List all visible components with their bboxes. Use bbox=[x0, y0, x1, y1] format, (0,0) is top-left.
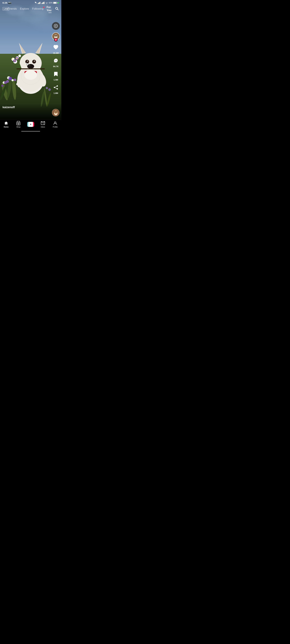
home-label: Home bbox=[4, 126, 9, 128]
camera-icon: 📷 bbox=[8, 1, 11, 4]
signal-icon bbox=[38, 2, 41, 4]
svg-rect-1 bbox=[38, 3, 38, 4]
signal-icon-2 bbox=[42, 2, 45, 4]
svg-point-51 bbox=[18, 54, 21, 57]
plus-center: + bbox=[28, 122, 33, 127]
svg-point-95 bbox=[55, 112, 57, 114]
grass-right bbox=[39, 76, 52, 107]
comment-action[interactable]: 64.7K bbox=[52, 57, 60, 68]
svg-point-43 bbox=[28, 65, 30, 66]
svg-point-41 bbox=[34, 60, 35, 62]
tab-friends[interactable]: Friends bbox=[8, 7, 17, 10]
svg-rect-6 bbox=[42, 3, 42, 4]
profile-icon bbox=[53, 121, 58, 125]
share-count: 1.6M bbox=[54, 92, 58, 94]
svg-point-86 bbox=[54, 87, 55, 88]
svg-rect-5 bbox=[40, 2, 41, 4]
inbox-icon bbox=[41, 121, 45, 125]
status-time: 6:29 bbox=[2, 2, 7, 4]
like-button[interactable] bbox=[52, 44, 60, 51]
svg-line-88 bbox=[55, 86, 56, 87]
like-count: 16.4M bbox=[53, 52, 59, 54]
bookmark-count: 1.5M bbox=[54, 78, 58, 81]
svg-point-55 bbox=[16, 58, 18, 59]
creator-avatar-container[interactable]: + bbox=[52, 32, 60, 40]
status-icons: 92% bbox=[34, 1, 59, 4]
shop-icon bbox=[16, 121, 20, 125]
top-navigation: LIVE Friends Explore Following For You bbox=[0, 6, 61, 12]
bottom-navigation: Home Shop + bbox=[0, 120, 61, 130]
tab-explore[interactable]: Explore bbox=[20, 7, 29, 10]
battery-percent: 92% bbox=[49, 2, 52, 4]
search-button[interactable] bbox=[55, 6, 59, 11]
nav-inbox[interactable]: Inbox bbox=[38, 121, 48, 128]
svg-rect-44 bbox=[16, 68, 45, 69]
svg-point-21 bbox=[1, 84, 4, 87]
profile-label: Profile bbox=[53, 126, 58, 128]
svg-point-40 bbox=[27, 60, 28, 62]
svg-point-42 bbox=[27, 64, 34, 69]
mute-icon bbox=[34, 1, 37, 4]
video-bottom-info: kaizenoff bbox=[0, 104, 61, 120]
svg-point-70 bbox=[46, 87, 48, 89]
nav-home[interactable]: Home bbox=[2, 121, 11, 128]
tab-for-you[interactable]: For You bbox=[46, 6, 54, 12]
create-button[interactable]: + bbox=[27, 122, 34, 127]
svg-point-83 bbox=[56, 60, 56, 61]
svg-point-81 bbox=[55, 36, 56, 37]
svg-point-82 bbox=[55, 60, 55, 61]
battery-icon: 92% bbox=[49, 2, 57, 4]
nav-tabs: Friends Explore Following For You bbox=[8, 6, 54, 12]
wifi-icon bbox=[45, 2, 48, 4]
svg-point-73 bbox=[56, 26, 56, 26]
nav-create[interactable]: + bbox=[26, 122, 36, 127]
svg-rect-7 bbox=[42, 3, 42, 4]
tab-following[interactable]: Following bbox=[32, 7, 44, 10]
nav-profile[interactable]: Profile bbox=[50, 121, 60, 128]
bookmark-action[interactable]: 1.5M bbox=[52, 70, 60, 81]
username[interactable]: kaizenoff bbox=[2, 106, 59, 109]
svg-point-69 bbox=[48, 88, 51, 91]
svg-rect-4 bbox=[40, 2, 40, 4]
share-button[interactable] bbox=[52, 84, 60, 91]
share-action[interactable]: 1.6M bbox=[52, 84, 60, 94]
svg-point-93 bbox=[55, 112, 56, 112]
svg-point-84 bbox=[56, 60, 57, 61]
status-bar: 6:29 📷 bbox=[0, 0, 61, 5]
svg-rect-10 bbox=[44, 2, 44, 4]
home-indicator-bar bbox=[21, 131, 40, 132]
captions-button[interactable] bbox=[52, 22, 60, 30]
home-icon bbox=[4, 121, 8, 125]
svg-point-54 bbox=[14, 60, 15, 61]
right-actions: + 16.4M 64.7K bbox=[52, 22, 60, 94]
svg-point-79 bbox=[55, 35, 56, 36]
follow-plus-button[interactable]: + bbox=[54, 38, 58, 42]
video-thumbnail-avatar[interactable] bbox=[52, 109, 60, 116]
bookmark-button[interactable] bbox=[52, 70, 60, 78]
svg-rect-2 bbox=[38, 3, 39, 4]
inbox-label: Inbox bbox=[41, 126, 45, 128]
video-container[interactable]: LIVE Friends Explore Following For You bbox=[0, 0, 61, 120]
svg-point-85 bbox=[56, 85, 58, 87]
svg-point-65 bbox=[24, 70, 37, 80]
svg-point-87 bbox=[56, 88, 58, 90]
svg-point-56 bbox=[12, 58, 13, 60]
svg-rect-9 bbox=[44, 2, 44, 4]
svg-rect-3 bbox=[39, 2, 40, 4]
notification-dot bbox=[43, 7, 44, 8]
nav-shop[interactable]: Shop bbox=[14, 121, 23, 128]
charging-dot bbox=[58, 2, 59, 4]
svg-line-89 bbox=[55, 88, 56, 88]
comment-count: 64.7K bbox=[53, 65, 59, 68]
like-action[interactable]: 16.4M bbox=[52, 44, 60, 54]
home-indicator bbox=[0, 130, 61, 132]
svg-point-94 bbox=[56, 112, 57, 112]
shop-label: Shop bbox=[16, 126, 20, 128]
svg-rect-8 bbox=[43, 2, 43, 4]
comment-button[interactable] bbox=[52, 57, 60, 64]
svg-point-80 bbox=[56, 35, 57, 36]
